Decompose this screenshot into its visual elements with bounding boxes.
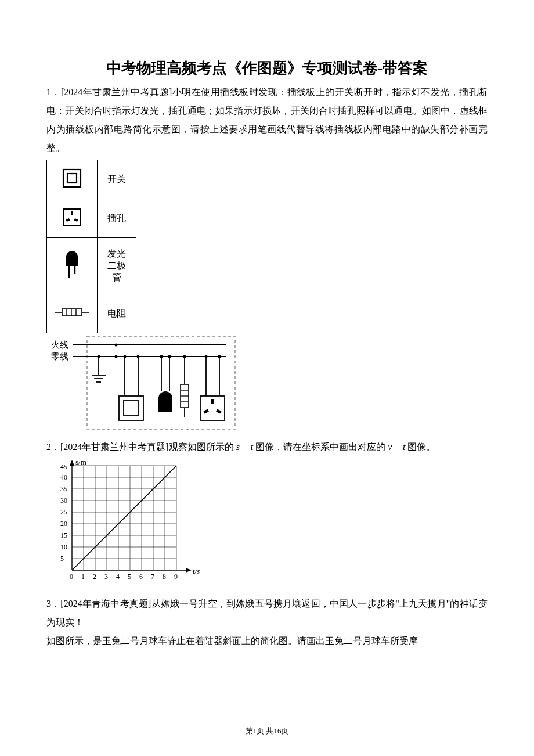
page: 中考物理高频考点《作图题》专项测试卷-带答案 1．[2024年甘肃兰州中考真题]… [0, 0, 534, 756]
table-row: 插孔 [47, 199, 136, 238]
svg-rect-48 [211, 399, 214, 404]
svg-point-46 [218, 355, 221, 358]
resistor-label: 电阻 [98, 294, 136, 333]
x-axis-label: t/s [193, 567, 200, 575]
svg-text:7: 7 [151, 573, 154, 581]
neutral-label: 零线 [51, 352, 68, 361]
svg-point-37 [183, 355, 186, 358]
st-chart: s/m t/s 5 10 15 20 25 30 35 40 45 0 1 2 … [46, 458, 488, 593]
svg-rect-28 [119, 396, 143, 420]
svg-rect-49 [204, 409, 209, 413]
q3-prefix: 3．[2024年青海中考真题] [46, 599, 151, 609]
svg-text:1: 1 [81, 573, 85, 581]
svg-point-21 [98, 355, 100, 358]
svg-text:20: 20 [60, 520, 67, 528]
svg-marker-54 [186, 568, 192, 573]
footer-total: 16 [273, 726, 281, 735]
svg-line-73 [72, 466, 176, 570]
resistor-icon [47, 294, 98, 333]
svg-text:3: 3 [104, 573, 108, 581]
q1-prefix: 1．[2024年甘肃兰州中考真题] [46, 87, 172, 97]
svg-text:0: 0 [70, 573, 73, 581]
q3-text-b: 如图所示，是玉兔二号月球车静止在着陆器斜面上的简化图。请画出玉兔二号月球车所受摩 [46, 632, 488, 650]
svg-point-45 [205, 355, 208, 358]
svg-rect-0 [63, 170, 81, 187]
svg-point-22 [115, 344, 118, 347]
svg-rect-3 [71, 211, 73, 215]
svg-point-32 [160, 355, 163, 358]
question-3: 3．[2024年青海中考真题]从嫦娥一号升空，到嫦娥五号携月壤返回，中国人一步步… [46, 595, 488, 632]
question-2: 2．[2024年甘肃兰州中考真题]观察如图所示的 s − t 图像，请在坐标系中… [46, 438, 488, 456]
socket-label: 插孔 [98, 199, 136, 238]
svg-marker-52 [70, 460, 74, 466]
svg-text:2: 2 [93, 573, 96, 581]
svg-point-26 [124, 355, 127, 358]
svg-text:45: 45 [60, 463, 67, 471]
svg-rect-1 [67, 174, 77, 183]
svg-point-27 [137, 355, 140, 358]
svg-point-23 [115, 355, 118, 358]
page-footer: 第1页 共16页 [0, 726, 534, 736]
svg-rect-9 [62, 309, 82, 316]
svg-text:8: 8 [163, 573, 166, 581]
legend-table: 开关 插孔 发光二极管 [46, 160, 136, 333]
page-title: 中考物理高频考点《作图题》专项测试卷-带答案 [46, 58, 488, 78]
st-var: s − t [236, 442, 253, 452]
svg-rect-4 [66, 218, 70, 222]
socket-icon [47, 199, 98, 238]
svg-point-33 [168, 355, 171, 358]
footer-mid: 页 共 [257, 726, 273, 735]
svg-text:6: 6 [139, 573, 143, 581]
live-label: 火线 [51, 340, 68, 350]
q2-text-c: 图像。 [405, 442, 435, 452]
svg-rect-5 [74, 218, 78, 222]
svg-text:4: 4 [116, 573, 120, 581]
svg-text:40: 40 [60, 473, 67, 481]
svg-text:30: 30 [60, 496, 67, 505]
svg-text:10: 10 [60, 543, 67, 551]
switch-label: 开关 [98, 160, 136, 199]
table-row: 发光二极管 [47, 238, 136, 294]
svg-text:15: 15 [60, 531, 67, 539]
svg-rect-50 [216, 409, 221, 413]
table-row: 电阻 [47, 294, 136, 333]
svg-text:5: 5 [128, 573, 131, 581]
svg-rect-29 [124, 401, 139, 416]
q2-text-b: 图像，请在坐标系中画出对应的 [253, 442, 388, 452]
y-axis-label: s/m [75, 458, 86, 466]
led-icon [47, 238, 98, 294]
svg-text:9: 9 [174, 573, 178, 581]
svg-text:35: 35 [60, 485, 67, 493]
switch-icon [47, 160, 98, 199]
circuit-diagram: 火线 零线 [46, 333, 488, 434]
svg-text:5: 5 [60, 555, 64, 563]
vt-var: v − t [388, 442, 405, 452]
led-label: 发光二极管 [98, 238, 136, 294]
question-1: 1．[2024年甘肃兰州中考真题]小明在使用插线板时发现：插线板上的开关断开时，… [46, 83, 488, 157]
q2-text-a: 观察如图所示的 [169, 442, 236, 452]
footer-prefix: 第 [246, 726, 253, 735]
q2-prefix: 2．[2024年甘肃兰州中考真题] [46, 442, 169, 452]
svg-text:25: 25 [60, 508, 67, 516]
footer-suffix: 页 [281, 726, 288, 735]
table-row: 开关 [47, 160, 136, 199]
